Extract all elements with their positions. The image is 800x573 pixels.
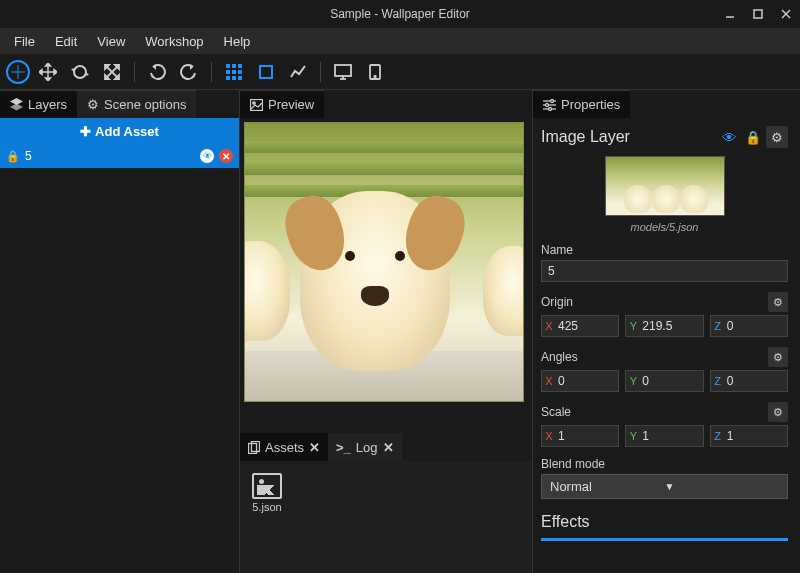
rotate-tool-icon[interactable] (66, 58, 94, 86)
menu-edit[interactable]: Edit (45, 30, 87, 53)
angles-x-input[interactable] (556, 371, 618, 391)
tab-assets-label: Assets (265, 440, 304, 455)
preview-viewport[interactable] (240, 118, 532, 433)
origin-z-input[interactable] (725, 316, 787, 336)
origin-x-input[interactable] (556, 316, 618, 336)
tab-properties-label: Properties (561, 97, 620, 112)
svg-rect-32 (335, 65, 351, 76)
y-label: Y (626, 320, 640, 332)
copy-icon (248, 441, 260, 454)
bounds-icon[interactable] (252, 58, 280, 86)
scale-y-input[interactable] (640, 426, 702, 446)
origin-field-group: Origin ⚙ X Y Z (541, 292, 788, 337)
image-icon (250, 99, 263, 111)
x-label: X (542, 375, 556, 387)
svg-point-48 (549, 107, 552, 110)
thumbnail-image[interactable] (605, 156, 725, 216)
angles-y-input[interactable] (640, 371, 702, 391)
angles-field-group: Angles ⚙ X Y Z (541, 347, 788, 392)
z-label: Z (711, 430, 725, 442)
scale-z-input[interactable] (725, 426, 787, 446)
origin-label: Origin (541, 295, 768, 309)
toolbar-separator (134, 62, 135, 82)
blend-field-group: Blend mode Normal ▼ (541, 457, 788, 499)
tab-scene-options[interactable]: ⚙ Scene options (77, 90, 196, 118)
effects-divider (541, 538, 788, 541)
maximize-button[interactable] (744, 0, 772, 28)
menu-view[interactable]: View (87, 30, 135, 53)
tab-properties[interactable]: Properties (533, 90, 630, 118)
gizmo-tool-icon[interactable] (6, 60, 30, 84)
main-area: Layers ⚙ Scene options ✚ Add Asset 🔒 5 👁… (0, 90, 800, 573)
menu-help[interactable]: Help (214, 30, 261, 53)
scale-field-group: Scale ⚙ X Y Z (541, 402, 788, 447)
preview-image (244, 122, 524, 402)
blend-mode-select[interactable]: Normal ▼ (541, 474, 788, 499)
svg-rect-22 (226, 64, 230, 68)
angles-z-input[interactable] (725, 371, 787, 391)
window-title: Sample - Wallpaper Editor (330, 7, 470, 21)
desktop-icon[interactable] (329, 58, 357, 86)
minimize-button[interactable] (716, 0, 744, 28)
settings-button[interactable]: ⚙ (766, 126, 788, 148)
thumbnail-label: models/5.json (541, 221, 788, 233)
tab-log[interactable]: >_ Log ✕ (328, 433, 402, 461)
gear-icon: ⚙ (87, 97, 99, 112)
tab-assets[interactable]: Assets ✕ (240, 433, 328, 461)
toolbar-separator (211, 62, 212, 82)
y-label: Y (626, 375, 640, 387)
plus-icon: ✚ (80, 124, 91, 139)
name-input[interactable] (541, 260, 788, 282)
scale-x-input[interactable] (556, 426, 618, 446)
svg-marker-10 (39, 69, 42, 74)
scale-settings-icon[interactable]: ⚙ (768, 402, 788, 422)
move-tool-icon[interactable] (34, 58, 62, 86)
svg-marker-8 (46, 63, 51, 66)
add-asset-button[interactable]: ✚ Add Asset (0, 118, 239, 144)
terminal-icon: >_ (336, 440, 351, 455)
tab-layers[interactable]: Layers (0, 90, 77, 118)
left-panel: Layers ⚙ Scene options ✚ Add Asset 🔒 5 👁… (0, 90, 240, 573)
angles-settings-icon[interactable]: ⚙ (768, 347, 788, 367)
lock-toggle-icon[interactable]: 🔒 (742, 126, 764, 148)
close-icon[interactable]: ✕ (309, 440, 320, 455)
stats-icon[interactable] (284, 58, 312, 86)
blend-label: Blend mode (541, 457, 788, 471)
assets-body: 5.json (240, 461, 532, 573)
undo-icon[interactable] (143, 58, 171, 86)
window-controls (716, 0, 800, 28)
origin-y-input[interactable] (640, 316, 702, 336)
origin-settings-icon[interactable]: ⚙ (768, 292, 788, 312)
properties-header: Image Layer 👁 🔒 ⚙ (541, 126, 788, 148)
tab-layers-label: Layers (28, 97, 67, 112)
x-label: X (542, 320, 556, 332)
tab-log-label: Log (356, 440, 378, 455)
z-label: Z (711, 320, 725, 332)
z-label: Z (711, 375, 725, 387)
grid-icon[interactable] (220, 58, 248, 86)
tab-preview[interactable]: Preview (240, 90, 324, 118)
svg-rect-26 (232, 70, 236, 74)
svg-marker-11 (54, 69, 57, 74)
asset-item[interactable]: 5.json (252, 473, 282, 513)
svg-rect-25 (226, 70, 230, 74)
close-icon[interactable]: ✕ (383, 440, 394, 455)
layer-row[interactable]: 🔒 5 👁 ✕ (0, 144, 239, 168)
svg-rect-27 (238, 70, 242, 74)
visibility-icon[interactable]: 👁 (200, 149, 214, 163)
svg-rect-1 (754, 10, 762, 18)
sliders-icon (543, 99, 556, 111)
layer-name: 5 (25, 149, 195, 163)
menu-file[interactable]: File (4, 30, 45, 53)
scale-tool-icon[interactable] (98, 58, 126, 86)
thumbnail-area: models/5.json (541, 156, 788, 233)
svg-rect-23 (232, 64, 236, 68)
close-button[interactable] (772, 0, 800, 28)
delete-icon[interactable]: ✕ (219, 149, 233, 163)
titlebar: Sample - Wallpaper Editor (0, 0, 800, 28)
visibility-toggle-icon[interactable]: 👁 (718, 126, 740, 148)
svg-point-46 (551, 99, 554, 102)
mobile-icon[interactable] (361, 58, 389, 86)
menu-workshop[interactable]: Workshop (135, 30, 213, 53)
redo-icon[interactable] (175, 58, 203, 86)
